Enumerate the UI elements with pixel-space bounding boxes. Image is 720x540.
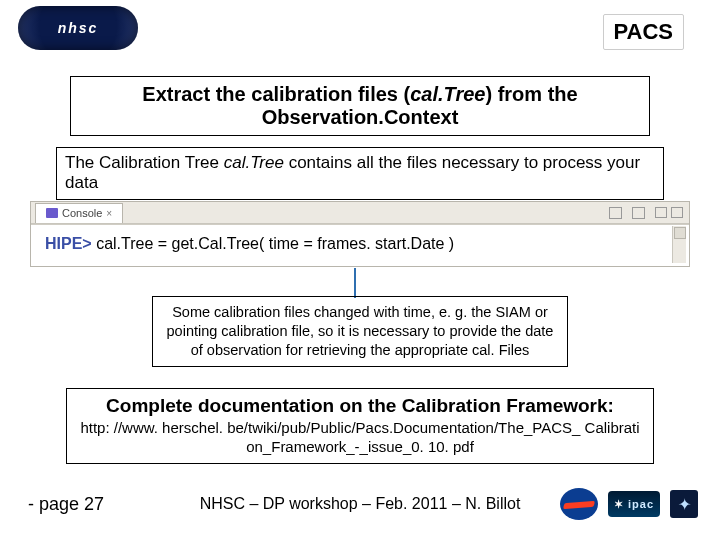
console-body[interactable]: HIPE> cal.Tree = get.Cal.Tree( time = fr…: [31, 224, 689, 266]
doc-url: http: //www. herschel. be/twiki/pub/Publ…: [77, 419, 643, 457]
footer-credit: NHSC – DP workshop – Feb. 2011 – N. Bill…: [200, 495, 521, 513]
description-box: The Calibration Tree cal.Tree contains a…: [56, 147, 664, 200]
console-prompt: HIPE>: [45, 235, 92, 252]
page-number: - page 27: [28, 494, 104, 515]
desc-pre: The Calibration Tree: [65, 153, 224, 172]
console-command: cal.Tree = get.Cal.Tree( time = frames. …: [92, 235, 454, 252]
star-logo: ✦: [670, 490, 698, 518]
nasa-logo: [560, 488, 598, 520]
console-tabbar: Console ×: [31, 202, 689, 224]
title-ital: cal.Tree: [410, 83, 485, 105]
connector-line: [354, 268, 356, 298]
close-icon[interactable]: ×: [106, 208, 112, 219]
console-tab-label: Console: [62, 207, 102, 219]
pacs-badge: PACS: [603, 14, 685, 50]
scrollbar[interactable]: [672, 226, 686, 263]
console-panel: Console × HIPE> cal.Tree = get.Cal.Tree(…: [30, 201, 690, 267]
console-tab[interactable]: Console ×: [35, 203, 123, 223]
note-box: Some calibration files changed with time…: [152, 296, 568, 367]
maximize-icon[interactable]: [671, 207, 683, 218]
footer-logos: ipac ✦: [560, 488, 698, 520]
ipac-logo: ipac: [608, 491, 660, 517]
documentation-box: Complete documentation on the Calibratio…: [66, 388, 654, 464]
slide: nhsc PACS Extract the calibration files …: [0, 0, 720, 540]
footer: - page 27 NHSC – DP workshop – Feb. 2011…: [0, 488, 720, 520]
doc-title: Complete documentation on the Calibratio…: [77, 395, 643, 417]
title-pre: Extract the calibration files (: [142, 83, 410, 105]
scroll-up-icon[interactable]: [674, 227, 686, 239]
console-icon: [46, 208, 58, 218]
console-toolbar: [609, 207, 689, 219]
nhsc-text: nhsc: [58, 20, 99, 36]
title-box: Extract the calibration files (cal.Tree)…: [70, 76, 650, 136]
tool-icon[interactable]: [632, 207, 645, 219]
desc-ital: cal.Tree: [224, 153, 284, 172]
minimize-icon[interactable]: [655, 207, 667, 218]
tool-icon[interactable]: [609, 207, 622, 219]
nhsc-logo: nhsc: [18, 6, 138, 50]
